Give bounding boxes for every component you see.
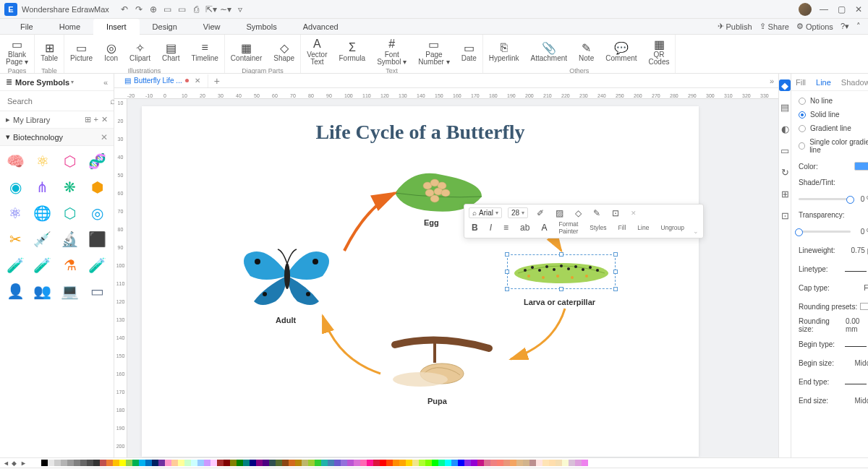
radio-no-line[interactable]: No line <box>799 97 868 105</box>
color-swatch[interactable] <box>145 460 152 466</box>
shape-item[interactable]: ⬡ <box>61 152 80 171</box>
radio-solid-line[interactable]: Solid line <box>799 111 868 119</box>
ribbon-hyperlink[interactable]: ⎘Hyperlink <box>483 36 525 66</box>
rp-tab-shadow[interactable]: Shadow <box>841 78 868 87</box>
color-swatch[interactable] <box>569 460 575 466</box>
ribbon-comment[interactable]: 💬Comment <box>600 36 642 66</box>
lib-add-icon[interactable]: + <box>94 115 98 124</box>
color-swatch[interactable] <box>497 460 503 466</box>
color-swatch[interactable] <box>562 460 569 466</box>
close-icon[interactable]: ✕ <box>854 4 864 14</box>
line-icon[interactable]: ✎ <box>590 208 603 218</box>
ribbon-picture[interactable]: ▭Picture <box>64 36 98 66</box>
color-swatch[interactable] <box>523 460 529 466</box>
symbols-header[interactable]: ≣ More Symbols▾ « <box>0 74 114 91</box>
shape-item[interactable]: 🧠 <box>6 152 25 171</box>
color-swatch[interactable] <box>230 460 237 466</box>
shape-item[interactable]: 💻 <box>61 282 80 301</box>
case-button[interactable]: ab <box>517 223 532 233</box>
ribbon-note[interactable]: ✎Note <box>573 36 600 66</box>
shape-item[interactable]: ⚗ <box>61 256 80 275</box>
tab-home[interactable]: Home <box>46 19 93 35</box>
color-swatch[interactable] <box>54 460 61 466</box>
shape-item[interactable]: ◎ <box>88 204 106 223</box>
color-swatch[interactable] <box>250 460 256 466</box>
color-swatch[interactable] <box>556 460 562 466</box>
ribbon-page-number-[interactable]: ▭Page Number ▾ <box>412 36 455 66</box>
redo-icon[interactable]: ↷ <box>134 4 144 14</box>
color-swatch[interactable] <box>35 460 41 466</box>
color-swatch[interactable] <box>575 460 582 466</box>
color-swatch[interactable] <box>171 460 178 466</box>
user-avatar[interactable] <box>799 3 812 16</box>
tab-symbols[interactable]: Symbols <box>234 19 290 35</box>
italic-button[interactable]: I <box>487 223 495 233</box>
color-swatch[interactable] <box>191 460 197 466</box>
color-swatch[interactable] <box>210 460 217 466</box>
shade-slider[interactable] <box>799 198 851 200</box>
color-swatch[interactable] <box>529 460 536 466</box>
end-type-select[interactable]: 00▾ <box>845 378 868 386</box>
color-swatch[interactable] <box>263 460 269 466</box>
color-swatch[interactable] <box>93 460 100 466</box>
color-swatch[interactable] <box>80 460 87 466</box>
color-swatch[interactable] <box>854 162 868 171</box>
layers-tool-icon[interactable]: ▤ <box>779 101 791 113</box>
export-icon[interactable]: ⇱▾ <box>206 4 216 14</box>
ribbon-blank-page-[interactable]: ▭Blank Page ▾ <box>0 36 34 66</box>
ribbon-date[interactable]: ▭Date <box>456 36 482 66</box>
expand-icon[interactable]: ▿ <box>235 4 245 14</box>
color-swatch[interactable] <box>204 460 210 466</box>
ribbon-container[interactable]: ▦Container <box>225 36 268 66</box>
cs-next-icon[interactable]: ► <box>20 460 27 467</box>
color-swatch[interactable] <box>471 460 477 466</box>
color-swatch[interactable] <box>360 460 367 466</box>
ribbon-shape[interactable]: ◇Shape <box>268 36 300 66</box>
tab-file[interactable]: File <box>7 19 46 35</box>
color-swatch[interactable] <box>67 460 74 466</box>
rp-tab-fill[interactable]: Fill <box>796 78 806 87</box>
cap-select[interactable]: Flat▾ <box>864 284 868 292</box>
pupa-stage[interactable] <box>380 323 496 397</box>
shape-item[interactable]: ⚛ <box>33 152 52 171</box>
color-swatch[interactable] <box>132 460 139 466</box>
color-swatch[interactable] <box>256 460 263 466</box>
color-swatch[interactable] <box>113 460 119 466</box>
fontsize-select[interactable]: 28▾ <box>508 207 528 218</box>
color-swatch[interactable] <box>152 460 158 466</box>
color-swatch[interactable] <box>536 460 542 466</box>
color-swatch[interactable] <box>289 460 295 466</box>
shape-item[interactable]: ⬢ <box>88 178 106 197</box>
shape-item[interactable]: 🧬 <box>88 152 106 171</box>
color-swatch[interactable] <box>315 460 321 466</box>
color-swatch[interactable] <box>484 460 490 466</box>
trans-slider[interactable] <box>799 231 851 233</box>
color-swatch[interactable] <box>328 460 334 466</box>
new-icon[interactable]: ⊕ <box>148 4 158 14</box>
color-swatch[interactable] <box>165 460 171 466</box>
font-select[interactable]: ⌕Arial▾ <box>469 207 502 218</box>
cs-prev-icon[interactable]: ◄ <box>3 460 10 467</box>
ribbon-timeline[interactable]: ≡Timeline <box>185 36 224 66</box>
shape-item[interactable]: ⚛ <box>6 204 25 223</box>
color-swatch[interactable] <box>269 460 276 466</box>
color-swatch[interactable] <box>106 460 113 466</box>
color-swatch[interactable] <box>41 460 48 466</box>
color-swatch[interactable] <box>224 460 230 466</box>
color-swatch[interactable] <box>282 460 289 466</box>
collapse-ribbon-icon[interactable]: ˄ <box>856 22 861 31</box>
history-tool-icon[interactable]: ↻ <box>779 166 791 178</box>
color-swatch[interactable] <box>445 460 451 466</box>
color-swatch[interactable] <box>158 460 165 466</box>
color-swatch[interactable] <box>139 460 145 466</box>
canvas[interactable]: Life Cycle of a Butterfly Egg Adult <box>127 99 778 457</box>
radio-single-gradient[interactable]: Single color gradient line <box>799 138 868 154</box>
shape-item[interactable]: ❋ <box>61 178 80 197</box>
undo-icon[interactable]: ↶ <box>119 4 129 14</box>
cat-close-icon[interactable]: ✕ <box>101 132 108 142</box>
color-swatch[interactable] <box>243 460 250 466</box>
comments-tool-icon[interactable]: ⊞ <box>779 188 791 199</box>
print-icon[interactable]: ⎙ <box>192 4 202 14</box>
shape-item[interactable]: 🧪 <box>88 256 106 275</box>
shape-item[interactable]: ◉ <box>6 178 25 197</box>
